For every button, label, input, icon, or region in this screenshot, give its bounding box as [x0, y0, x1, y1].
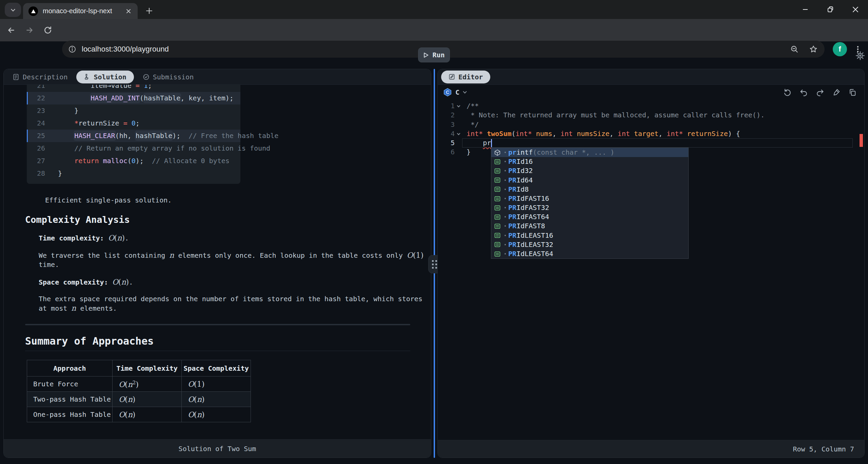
code-line: 24 *returnSize = 0; [27, 117, 240, 130]
reload-icon [43, 26, 52, 35]
back-button[interactable] [4, 23, 19, 38]
forward-button[interactable] [22, 23, 37, 38]
copy-icon[interactable] [848, 88, 857, 97]
bookmark-star-icon[interactable] [809, 45, 818, 54]
code-line: 26 // Return an empty array if no soluti… [27, 142, 240, 155]
heading-underline [25, 351, 410, 351]
note-text: Efficient single-pass solution. [45, 195, 172, 205]
suggestion-item[interactable]: ·PRIdFAST64 [491, 212, 688, 221]
col-time: Time Complexity [113, 360, 182, 376]
play-icon [423, 52, 429, 58]
constant-icon [494, 251, 501, 257]
suggestion-item[interactable]: ·PRIdFAST32 [491, 203, 688, 212]
suggestion-item[interactable]: ·PRIdLEAST16 [491, 231, 688, 240]
browser-toolbar: localhost:3000/playground f [0, 19, 868, 41]
tab-description[interactable]: Description [13, 73, 67, 81]
table-row: Brute ForceO(n2)O(1) [27, 376, 251, 392]
code-line: 23 } [27, 104, 240, 117]
restore-button[interactable] [818, 0, 843, 19]
tab-submission-label: Submission [153, 73, 194, 81]
edit-icon [449, 74, 455, 80]
panel-footer: Solution of Two Sum [4, 439, 431, 458]
triangle-logo-icon [28, 6, 38, 16]
back-arrow-icon [7, 26, 16, 35]
editor-toolbar: C C [438, 85, 864, 100]
chevron-down-icon [11, 7, 15, 12]
constant-icon [494, 186, 501, 193]
time-paragraph-cont: time. [39, 259, 59, 270]
zoom-out-icon[interactable] [790, 45, 799, 54]
document-icon [13, 74, 19, 80]
editor-line[interactable]: 2 * Note: The returned array must be mal… [438, 111, 864, 120]
browser-tabstrip: monaco-editor-lsp-next [0, 0, 868, 19]
tab-solution[interactable]: Solution [76, 71, 134, 83]
space-complexity-line: Space complexity: O(n). [39, 277, 133, 287]
suggestion-item[interactable]: ·PRIdLEAST32 [491, 240, 688, 249]
settings-gear-icon[interactable] [855, 50, 866, 61]
new-tab-button[interactable] [142, 4, 156, 18]
run-button[interactable]: Run [418, 47, 450, 62]
code-line: 22 HASH_ADD_INT(hashTable, key, item); [27, 92, 240, 104]
table-row: Two-pass Hash TableO(n)O(n) [27, 392, 251, 407]
section-divider [25, 324, 410, 325]
browser-tab[interactable]: monaco-editor-lsp-next [23, 3, 138, 19]
tab-solution-label: Solution [94, 73, 126, 81]
editor-line[interactable]: 4int* twoSum(int* nums, int numsSize, in… [438, 129, 864, 138]
summary-table: Approach Time Complexity Space Complexit… [27, 360, 251, 422]
language-label: C [455, 88, 459, 96]
constant-icon [494, 168, 501, 174]
code-editor[interactable]: ·printf(const char *, ... )·PRId16·PRId3… [438, 100, 864, 440]
error-marker [860, 134, 863, 147]
tab-search-button[interactable] [5, 3, 21, 17]
constant-icon [494, 241, 501, 248]
editor-line[interactable]: 3 */ [438, 120, 864, 129]
minimize-button[interactable] [793, 0, 818, 19]
tab-editor-label: Editor [458, 73, 483, 81]
redo-icon[interactable] [816, 88, 824, 97]
code-line: 21 item→value = 1; [27, 85, 240, 92]
suggestion-item[interactable]: ·PRId64 [491, 176, 688, 185]
solution-panel: Description Solution Submission 21 item→… [3, 69, 431, 458]
constant-icon [494, 195, 501, 202]
suggestion-item[interactable]: ·PRId32 [491, 166, 688, 175]
undo-icon[interactable] [800, 88, 808, 97]
tab-close-icon[interactable] [125, 7, 132, 15]
code-block[interactable]: 21 item→value = 1;22 HASH_ADD_INT(hashTa… [27, 85, 240, 184]
text-cursor [491, 139, 492, 147]
col-approach: Approach [27, 360, 113, 376]
suggestion-item[interactable]: ·printf(const char *, ... ) [491, 148, 688, 157]
reset-icon[interactable] [783, 88, 792, 97]
code-line: 28} [27, 167, 240, 180]
window-controls [793, 0, 868, 19]
tab-editor[interactable]: Editor [441, 71, 490, 83]
table-row: One-pass Hash TableO(n)O(n) [27, 407, 251, 422]
editor-panel: Editor C C [437, 69, 865, 458]
summary-heading: Summary of Approaches [25, 336, 154, 346]
autocomplete-popup: ·printf(const char *, ... )·PRId16·PRId3… [491, 148, 689, 259]
tab-submission[interactable]: Submission [143, 73, 194, 81]
time-paragraph: We traverse the list containing n elemen… [39, 250, 423, 260]
chevron-down-icon [463, 90, 467, 93]
format-brush-icon[interactable] [832, 88, 841, 97]
site-info-icon [68, 45, 76, 53]
col-space: Space Complexity [182, 360, 251, 376]
close-window-button[interactable] [843, 0, 868, 19]
svg-text:C: C [446, 90, 449, 95]
check-circle-icon [143, 74, 150, 80]
c-language-icon: C [443, 88, 452, 97]
suggestion-item[interactable]: ·PRId8 [491, 185, 688, 194]
constant-icon [494, 205, 501, 211]
avatar[interactable]: f [833, 42, 847, 56]
suggestion-item[interactable]: ·PRId16 [491, 157, 688, 166]
suggestion-item[interactable]: ·PRIdFAST8 [491, 222, 688, 231]
editor-line[interactable]: 1/** [438, 101, 864, 111]
suggestion-item[interactable]: ·PRIdLEAST64 [491, 249, 688, 258]
complexity-heading: Complexity Analysis [25, 215, 130, 225]
suggestion-item[interactable]: ·PRIdFAST16 [491, 194, 688, 203]
language-selector[interactable]: C C [443, 88, 466, 97]
constant-icon [494, 223, 501, 230]
solution-content: 21 item→value = 1;22 HASH_ADD_INT(hashTa… [4, 85, 431, 440]
reload-button[interactable] [40, 23, 55, 38]
editor-line[interactable]: 5 pr [438, 138, 864, 148]
constant-icon [494, 232, 501, 239]
